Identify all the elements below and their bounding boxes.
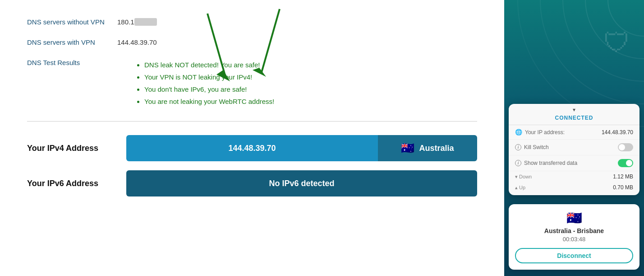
ip-address-row: 🌐 Your IP address: 144.48.39.70 [509,125,639,140]
show-transferred-toggle[interactable] [618,159,633,167]
kill-switch-label: i Kill Switch [515,144,549,150]
svg-point-4 [608,0,644,36]
chevron-down-icon[interactable]: ▾ [509,104,639,115]
dns-with-vpn-value: 144.48.39.70 [117,38,477,46]
left-panel: DNS servers without VPN 180.1 xx.xxx DNS… [0,0,504,276]
ipv4-country: 🇦🇺 Australia [378,135,477,161]
globe-icon: 🌐 [515,129,522,136]
dns-with-vpn-label: DNS servers with VPN [27,38,117,46]
kill-switch-row: i Kill Switch [509,140,639,155]
ipv6-value: No IPv6 detected [126,170,477,196]
show-transferred-row: i Show transferred data [509,155,639,171]
ip-section: Your IPv4 Address 144.48.39.70 🇦🇺 Austra… [27,135,477,196]
dns-result-item-2: Your VPN is NOT leaking your IPv4! [144,71,477,83]
ipv4-card: 144.48.39.70 🇦🇺 Australia [126,135,477,161]
disconnect-button[interactable]: Disconnect [515,248,633,263]
down-arrow-icon: ▾ Down [515,174,532,180]
svg-point-6 [563,0,644,81]
vpn-card: ▾ CONNECTED 🌐 Your IP address: 144.48.39… [509,104,639,195]
ipv4-label: Your IPv4 Address [27,144,117,153]
svg-point-5 [585,0,644,59]
dns-table: DNS servers without VPN 180.1 xx.xxx DNS… [27,18,477,108]
divider [27,121,477,122]
show-transferred-label: i Show transferred data [515,160,577,166]
dns-results-label: DNS Test Results [27,59,117,108]
right-panel: 🛡 ▾ CONNECTED 🌐 Your IP address: 144.48.… [504,0,644,276]
location-flag-icon: 🇦🇺 [515,211,633,225]
down-row: ▾ Down 1.12 MB [509,171,639,182]
dns-without-vpn-value: 180.1 xx.xxx [117,18,477,26]
up-row: ▴ Up 0.70 MB [509,182,639,195]
dns-result-item-1: DNS leak NOT detected! You are safe! [144,59,477,71]
connection-timer: 00:03:48 [515,236,633,243]
up-value: 0.70 MB [613,184,633,191]
ipv4-address: 144.48.39.70 [126,135,378,161]
shield-icon: 🛡 [603,27,630,58]
dns-results-list: DNS leak NOT detected! You are safe! You… [135,59,477,108]
dns-without-vpn-label: DNS servers without VPN [27,18,117,26]
location-card: 🇦🇺 Australia - Brisbane 00:03:48 Disconn… [509,204,639,270]
dns-result-item-3: You don't have IPv6, you are safe! [144,83,477,95]
dns-result-item-4: You are not leaking your WebRTC address! [144,95,477,108]
ipv4-country-name: Australia [419,144,454,153]
ipv6-row: Your IPv6 Address No IPv6 detected [27,170,477,196]
ipv6-card: No IPv6 detected [126,170,477,196]
down-value: 1.12 MB [613,173,633,180]
svg-point-7 [540,0,644,104]
info-icon-2: i [515,160,521,166]
info-icon: i [515,144,521,150]
location-name: Australia - Brisbane [515,227,633,234]
ipv4-row: Your IPv4 Address 144.48.39.70 🇦🇺 Austra… [27,135,477,161]
dns-without-vpn-row: DNS servers without VPN 180.1 xx.xxx [27,18,477,26]
ipv6-label: Your IPv6 Address [27,179,117,188]
connected-label: CONNECTED [509,115,639,125]
dns-with-vpn-row: DNS servers with VPN 144.48.39.70 [27,38,477,46]
dns-results-row: DNS Test Results DNS leak NOT detected! … [27,59,477,108]
kill-switch-toggle[interactable] [618,143,633,151]
ip-address-value: 144.48.39.70 [602,129,633,136]
up-arrow-icon: ▴ Up [515,185,525,191]
blurred-ip: xx.xxx [134,18,157,26]
ip-address-label: 🌐 Your IP address: [515,129,565,136]
australia-flag-icon: 🇦🇺 [401,142,414,154]
